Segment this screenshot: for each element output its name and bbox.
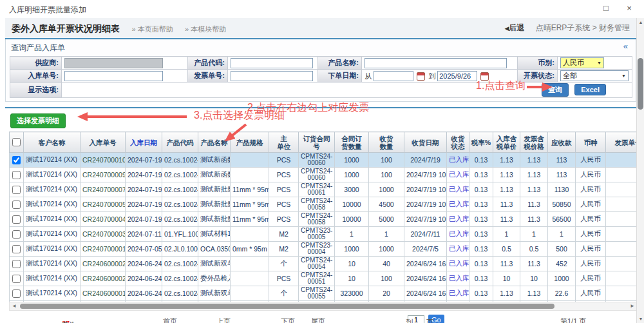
cell-invoice-tax-price: 10 [520, 271, 548, 286]
col-header-inbound-tax-unit-price: 入库含 税单价 [493, 132, 520, 153]
col-header-currency: 币种 [576, 132, 606, 153]
display-options-label: 显示选项: [10, 83, 62, 98]
currency-select[interactable]: 人民币▼ [560, 57, 604, 68]
cell-receivable: 50850 [548, 197, 576, 212]
calendar-icon[interactable] [417, 72, 425, 81]
cell-invoice-no [606, 168, 638, 182]
row-checkbox[interactable] [12, 245, 21, 253]
cell-received-qty: 20 [369, 286, 404, 301]
cell-tax-rate: 0.13 [469, 271, 493, 286]
table-row: 测试170214 (XX)CR2407000092024-07-1902.cs.… [10, 168, 638, 182]
table-row: 测试170214 (XX)CR2407000102024-07-1902.cs.… [10, 153, 638, 168]
cell-inbound-no: CR240700001 [80, 242, 126, 257]
row-checkbox[interactable] [12, 215, 21, 224]
cell-inbound-tax-unit-price: 11.3 [493, 212, 520, 227]
supplier-input[interactable] [64, 58, 163, 68]
page-info: 第1/1 页 [560, 317, 586, 323]
product-name-label: 产品名称: [318, 57, 362, 70]
row-checkbox[interactable] [12, 260, 21, 268]
cell-customer-name: 测试170214 (XX) [24, 182, 80, 197]
cell-receivable: 56500 [548, 212, 576, 227]
maximize-icon[interactable]: □ [600, 3, 612, 13]
scroll-up-icon[interactable]: ▲ [637, 20, 644, 24]
cell-invoice-tax-price: 11.3 [520, 257, 548, 271]
cell-unit: PCS [269, 271, 299, 286]
cell-received-status: 已入库 [447, 153, 469, 168]
table-row: 测试170214 (XX)CR2407000052024-07-1902.cs.… [10, 197, 638, 212]
cell-receivable: 113 [548, 168, 576, 182]
back-button[interactable]: ◀后退 [504, 23, 524, 32]
horizontal-scroll-thumb[interactable] [20, 304, 554, 309]
first-page-link[interactable]: 首页 [163, 317, 177, 323]
product-code-input[interactable] [231, 58, 313, 68]
last-page-link[interactable]: 尾页 [311, 317, 325, 323]
cell-tax-rate: 0.13 [469, 197, 493, 212]
row-checkbox[interactable] [12, 230, 21, 239]
cell-unit: 个 [269, 286, 299, 301]
row-checkbox[interactable] [12, 156, 21, 164]
vertical-scrollbar[interactable]: ▲ ▼ [636, 18, 644, 323]
next-page-link[interactable]: 下页 [281, 317, 295, 323]
breadcrumb[interactable]: 点晴ERP子系统 > 财务管理 [536, 23, 630, 32]
cell-contract-order-qty: 1000 [335, 153, 369, 168]
annotation-step3: 3.点击选择发票明细 [194, 109, 285, 122]
date-to-input[interactable] [437, 71, 477, 81]
col-header-inbound-date[interactable]: 入库日期 [126, 132, 162, 153]
cell-currency: 人民币 [576, 242, 606, 257]
cell-received-date: 2024/7/11 [404, 227, 447, 242]
cell-contract-order-qty: 1000 [335, 242, 369, 257]
row-checkbox[interactable] [12, 186, 21, 194]
cell-inbound-no: CR240700010 [80, 153, 126, 168]
excel-button[interactable]: Excel [574, 84, 606, 95]
cell-inbound-date: 2024-07-19 [126, 197, 162, 212]
cell-contract-order-qty: 323000 [335, 286, 369, 301]
col-header-received-qty: 收货 数量 [369, 132, 404, 153]
cell-received-date: 2024/6/24 16 [404, 257, 447, 271]
cell-currency: 人民币 [576, 257, 606, 271]
product-name-input[interactable] [365, 58, 507, 68]
table-row: 测试170214 (XX)CR2407000072024-07-1902.cs.… [10, 182, 638, 197]
search-button[interactable]: 查询 [542, 83, 569, 97]
cell-inbound-date: 2024-07-19 [126, 212, 162, 227]
cell-received-date: 2024/7/19 10 [404, 168, 447, 182]
cell-invoice-no [606, 227, 638, 242]
cell-currency: 人民币 [576, 182, 606, 197]
invoice-status-select[interactable]: 全部▼ [560, 70, 629, 81]
row-checkbox[interactable] [12, 171, 21, 179]
prev-page-link[interactable]: 上页 [216, 317, 231, 323]
cell-invoice-no [606, 182, 638, 197]
cell-currency: 人民币 [576, 286, 606, 301]
col-header-unit: 主 单位 [269, 132, 299, 153]
cell-inbound-no: CR240600001 [80, 286, 126, 301]
vertical-scroll-thumb[interactable] [638, 58, 643, 110]
select-all-checkbox[interactable] [12, 138, 21, 146]
cell-received-status: 已入库 [447, 271, 469, 286]
row-checkbox[interactable] [12, 275, 21, 283]
collapse-icon[interactable]: « [623, 41, 628, 51]
select-invoice-detail-button[interactable]: 选择发票明细 [10, 113, 66, 128]
cell-inbound-tax-unit-price: 11.3 [493, 197, 520, 212]
col-header-customer-name: 客户名称 [24, 132, 80, 153]
scroll-left-icon[interactable]: ◄ [12, 303, 17, 309]
row-checkbox[interactable] [12, 289, 21, 298]
invoice-no-input[interactable] [231, 71, 313, 81]
cell-invoice-no [606, 153, 638, 168]
cell-unit: M2 [269, 227, 299, 242]
col-header-invoice-no: 发票单号 [606, 132, 638, 153]
cell-received-date: 2024/6/24 16 [404, 286, 447, 301]
date-from-input[interactable] [374, 71, 413, 81]
scroll-down-icon[interactable]: ▼ [637, 317, 644, 321]
horizontal-scrollbar[interactable]: ◄ ► [9, 302, 638, 311]
row-checkbox[interactable] [12, 201, 21, 209]
cell-inbound-tax-unit-price: 0.5 [493, 242, 520, 257]
col-header-contract-order-qty: 合同订 货数量 [335, 132, 369, 153]
module-help-link[interactable]: » 本模块帮助 [185, 25, 226, 33]
page-help-link[interactable]: » 本页面帮助 [131, 25, 173, 33]
cell-received-qty: 1000 [369, 182, 404, 197]
close-icon[interactable]: × [623, 3, 635, 13]
cell-contract-order-qty: 10000 [335, 197, 369, 212]
inbound-no-input[interactable] [64, 71, 163, 81]
cell-invoice-tax-price: 1.13 [520, 286, 548, 301]
scroll-right-icon[interactable]: ► [630, 303, 635, 309]
cell-inbound-date: 2024-06-24 [126, 286, 162, 301]
